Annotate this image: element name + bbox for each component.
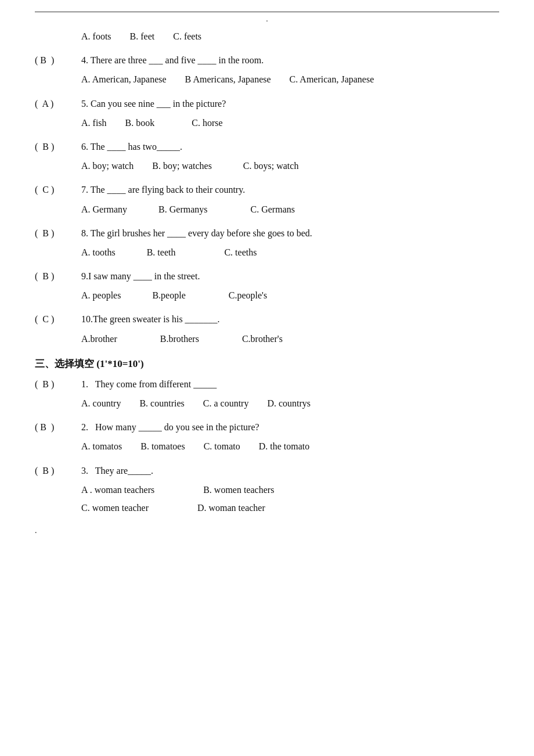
s3-options-3-line1: A . woman teachers B. women teachers xyxy=(81,482,499,498)
option-5b: B. book xyxy=(125,115,155,131)
option-9b: B.people xyxy=(152,287,185,303)
s3-question-1-text: 1. They come from different _____ xyxy=(81,376,217,392)
options-5: A. fish B. book C. horse xyxy=(81,115,499,131)
answer-5: ( A ) xyxy=(35,96,81,111)
question-7: ( C ) 7. The ____ are flying back to the… xyxy=(35,182,499,197)
question-4-text: 4. There are three ___ and five ____ in … xyxy=(81,52,264,68)
option-8b: B. teeth xyxy=(147,244,176,260)
question-4: ( B ) 4. There are three ___ and five __… xyxy=(35,52,499,68)
option-4b: B Americans, Japanese xyxy=(185,71,271,87)
s3-options-2: A. tomatos B. tomatoes C. tomato D. the … xyxy=(81,438,499,454)
question-9: ( B ) 9.I saw many ____ in the street. xyxy=(35,268,499,284)
answer-6: ( B ) xyxy=(35,139,81,154)
option-10a: A.brother xyxy=(81,331,117,347)
s3-option-1a: A. country xyxy=(81,395,121,411)
s3-option-3b: B. women teachers xyxy=(203,482,274,498)
question-8-text: 8. The girl brushes her ____ every day b… xyxy=(81,225,312,241)
s3-question-2: ( B ) 2. How many _____ do you see in th… xyxy=(35,419,499,435)
s3-option-1c: C. a country xyxy=(203,395,249,411)
question-5: ( A ) 5. Can you see nine ___ in the pic… xyxy=(35,96,499,111)
option-6b: B. boy; watches xyxy=(152,158,212,174)
option-4c: C. American, Japanese xyxy=(290,71,374,87)
options-feet: A. foots B. feet C. feets xyxy=(81,28,499,44)
s3-options-3-line2: C. women teacher D. woman teacher xyxy=(81,500,499,516)
question-9-text: 9.I saw many ____ in the street. xyxy=(81,268,200,284)
question-8: ( B ) 8. The girl brushes her ____ every… xyxy=(35,225,499,241)
option-5a: A. fish xyxy=(81,115,107,131)
s3-answer-1: ( B ) xyxy=(35,376,81,392)
s3-question-3-text: 3. They are_____. xyxy=(81,463,153,478)
option-8c: C. teeths xyxy=(224,244,257,260)
options-10: A.brother B.brothers C.brother's xyxy=(81,331,499,347)
s3-question-3: ( B ) 3. They are_____. xyxy=(35,463,499,478)
option-7b: B. Germanys xyxy=(158,201,207,217)
answer-4: ( B ) xyxy=(35,52,81,68)
question-6: ( B ) 6. The ____ has two_____. xyxy=(35,139,499,154)
s3-option-3d: D. woman teacher xyxy=(197,500,265,516)
question-7-text: 7. The ____ are flying back to their cou… xyxy=(81,182,245,197)
s3-option-1b: B. countries xyxy=(139,395,184,411)
answer-10: ( C ) xyxy=(35,311,81,327)
option-9a: A. peoples xyxy=(81,287,121,303)
option-b-feet: B. feet xyxy=(130,28,155,44)
answer-9: ( B ) xyxy=(35,268,81,284)
answer-8: ( B ) xyxy=(35,225,81,241)
option-5c: C. horse xyxy=(192,115,222,131)
s3-options-1: A. country B. countries C. a country D. … xyxy=(81,395,499,411)
option-6a: A. boy; watch xyxy=(81,158,134,174)
options-7: A. Germany B. Germanys C. Germans xyxy=(81,201,499,217)
option-4a: A. American, Japanese xyxy=(81,71,167,87)
option-7a: A. Germany xyxy=(81,201,127,217)
s3-option-2d: D. the tomato xyxy=(259,438,310,454)
options-6: A. boy; watch B. boy; watches C. boys; w… xyxy=(81,158,499,174)
s3-question-2-text: 2. How many _____ do you see in the pict… xyxy=(81,419,259,435)
s3-answer-2: ( B ) xyxy=(35,419,81,435)
s3-option-1d: D. countrys xyxy=(267,395,311,411)
s3-question-1: ( B ) 1. They come from different _____ xyxy=(35,376,499,392)
s3-option-2b: B. tomatoes xyxy=(140,438,185,454)
answer-7: ( C ) xyxy=(35,182,81,197)
bottom-dot: . xyxy=(35,526,499,535)
question-10-text: 10.The green sweater is his _______. xyxy=(81,311,220,327)
options-9: A. peoples B.people C.people's xyxy=(81,287,499,303)
question-10: ( C ) 10.The green sweater is his ______… xyxy=(35,311,499,327)
option-10b: B.brothers xyxy=(160,331,199,347)
top-divider xyxy=(35,12,499,12)
section-three-header: 三、选择填空 (1'*10=10') xyxy=(35,357,499,370)
s3-option-3c: C. women teacher xyxy=(81,500,149,516)
s3-option-2a: A. tomatos xyxy=(81,438,122,454)
question-6-text: 6. The ____ has two_____. xyxy=(81,139,182,154)
option-7c: C. Germans xyxy=(251,201,295,217)
question-5-text: 5. Can you see nine ___ in the picture? xyxy=(81,96,226,111)
top-dot: . xyxy=(35,15,499,24)
option-9c: C.people's xyxy=(229,287,267,303)
option-8a: A. tooths xyxy=(81,244,116,260)
options-4: A. American, Japanese B Americans, Japan… xyxy=(81,71,499,87)
option-6c: C. boys; watch xyxy=(243,158,299,174)
option-c-feets: C. feets xyxy=(173,28,201,44)
s3-option-3a: A . woman teachers xyxy=(81,482,154,498)
option-10c: C.brother's xyxy=(242,331,283,347)
s3-answer-3: ( B ) xyxy=(35,463,81,478)
option-a-foots: A. foots xyxy=(81,28,111,44)
options-8: A. tooths B. teeth C. teeths xyxy=(81,244,499,260)
s3-option-2c: C. tomato xyxy=(204,438,240,454)
